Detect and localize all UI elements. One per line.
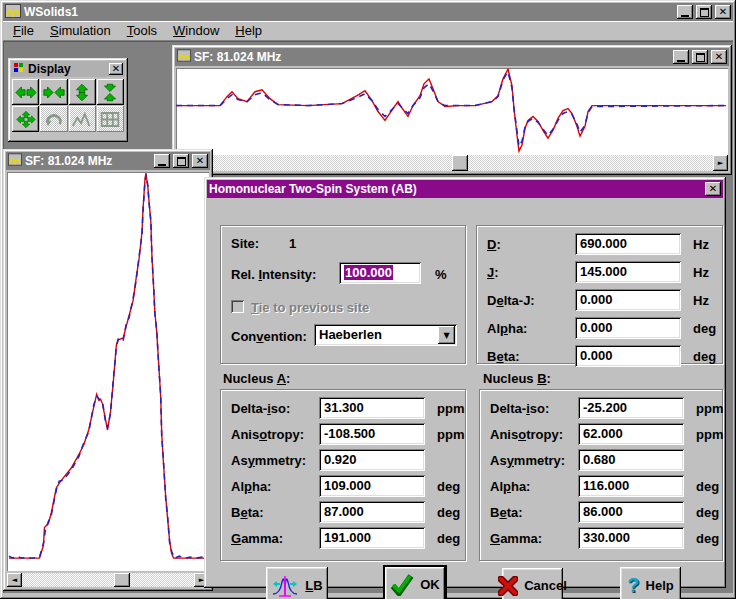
- param-unit: ppm: [425, 401, 464, 416]
- grid-button: [97, 106, 124, 132]
- dialog-titlebar[interactable]: Homonuclear Two-Spin System (AB) ✕: [207, 180, 723, 198]
- param-input[interactable]: 0.000: [575, 289, 681, 311]
- x-icon: [498, 576, 518, 596]
- close-button[interactable]: ✕: [109, 63, 123, 75]
- contract-horizontal-icon: [42, 83, 66, 102]
- contract-horizontal-button[interactable]: [40, 79, 67, 105]
- spectrum-left-hscrollbar: ◄ ►: [7, 573, 209, 587]
- maximize-icon: [696, 53, 705, 62]
- param-input[interactable]: 86.000: [578, 501, 684, 523]
- scroll-thumb[interactable]: [452, 155, 468, 171]
- expand-horizontal-button[interactable]: [12, 79, 39, 105]
- contract-vertical-button[interactable]: [97, 79, 124, 105]
- nucleus-a-groupbox: Delta-iso:31.300ppmAnisotropy:-108.500pp…: [220, 389, 466, 561]
- main-titlebar[interactable]: WSolids1 ✕: [3, 3, 733, 21]
- display-toolbox-title: Display: [28, 62, 106, 76]
- menu-window[interactable]: Window: [165, 21, 227, 40]
- close-button[interactable]: ✕: [711, 50, 727, 64]
- maximize-icon: [700, 8, 709, 17]
- param-row: Asymmetry:0.680: [490, 449, 714, 471]
- param-input[interactable]: 31.300: [319, 397, 425, 419]
- question-icon: ?: [627, 574, 639, 597]
- param-input[interactable]: 145.000: [575, 261, 681, 283]
- maximize-button[interactable]: [692, 50, 708, 64]
- close-button[interactable]: ✕: [192, 154, 208, 168]
- param-label: Beta:: [490, 505, 578, 520]
- param-input[interactable]: 0.920: [319, 449, 425, 471]
- param-unit: ppm: [425, 427, 464, 442]
- minimize-button[interactable]: [154, 154, 170, 168]
- nucleus-b-groupbox: Delta-iso:-25.200ppmAnisotropy:62.000ppm…: [479, 389, 723, 561]
- site-groupbox: Site: 1 Rel. Intensity: 100.000 % Tie to…: [220, 225, 466, 364]
- param-label: Delta-iso:: [490, 401, 578, 416]
- close-button[interactable]: ✕: [715, 5, 731, 19]
- rotate-icon: [42, 110, 66, 129]
- param-row: J:145.000Hz: [487, 261, 714, 283]
- tie-checkbox: [231, 300, 244, 313]
- param-input[interactable]: 109.000: [319, 475, 425, 497]
- param-input[interactable]: 0.000: [575, 345, 681, 367]
- param-unit: Hz: [681, 293, 714, 308]
- menu-tools[interactable]: Tools: [119, 21, 165, 40]
- minimize-button[interactable]: [677, 5, 693, 19]
- help-button[interactable]: ? Help: [620, 567, 681, 599]
- dialog-body: Site: 1 Rel. Intensity: 100.000 % Tie to…: [207, 199, 723, 585]
- spectrum-top-chart: [176, 68, 728, 155]
- spectrum-window-top: SF: 81.024 MHz ✕ ◄ ►: [172, 45, 732, 175]
- param-label: Delta-J:: [487, 293, 575, 308]
- maximize-button[interactable]: [696, 5, 712, 19]
- scroll-track[interactable]: [22, 573, 194, 587]
- expand-vertical-icon: [70, 83, 94, 102]
- rel-intensity-label: Rel. Intensity:: [231, 267, 316, 282]
- param-input[interactable]: 0.680: [578, 449, 684, 471]
- param-unit: deg: [425, 531, 460, 546]
- param-input[interactable]: 191.000: [319, 527, 425, 549]
- scroll-thumb[interactable]: [114, 573, 130, 587]
- spectrum-left-titlebar[interactable]: SF: 81.024 MHz ✕: [6, 152, 210, 170]
- scroll-track[interactable]: [191, 155, 713, 171]
- maximize-button[interactable]: [173, 154, 189, 168]
- param-input[interactable]: -25.200: [578, 397, 684, 419]
- close-icon: ✕: [709, 184, 717, 194]
- display-toolbox: Display ✕: [8, 58, 128, 142]
- expand-vertical-button[interactable]: [69, 79, 96, 105]
- param-input[interactable]: 690.000: [575, 233, 681, 255]
- param-row: Beta:86.000deg: [490, 501, 714, 523]
- menu-simulation[interactable]: Simulation: [42, 21, 119, 40]
- toolbox-icon: [13, 62, 25, 77]
- main-window-title: WSolids1: [24, 5, 674, 19]
- param-input[interactable]: -108.500: [319, 423, 425, 445]
- ok-button[interactable]: OK: [383, 565, 447, 599]
- menu-file[interactable]: File: [5, 21, 42, 40]
- scroll-right-button[interactable]: ►: [713, 155, 728, 171]
- lineshape-icon: [271, 574, 299, 598]
- param-input[interactable]: 87.000: [319, 501, 425, 523]
- expand-horizontal-icon: [14, 83, 38, 102]
- app-icon: [8, 153, 22, 169]
- display-toolbox-titlebar[interactable]: Display ✕: [11, 61, 125, 77]
- param-input[interactable]: 330.000: [578, 527, 684, 549]
- lb-button[interactable]: LB: [266, 567, 328, 599]
- chevron-down-icon: ▼: [443, 331, 449, 340]
- param-label: Alpha:: [490, 479, 578, 494]
- param-input[interactable]: 116.000: [578, 475, 684, 497]
- param-label: Delta-iso:: [231, 401, 319, 416]
- convention-dropdown[interactable]: Haeberlen ▼: [314, 324, 457, 346]
- close-button[interactable]: ✕: [705, 182, 721, 196]
- nucleus-a-title: Nucleus A:: [223, 371, 290, 386]
- spectrum-top-titlebar[interactable]: SF: 81.024 MHz ✕: [175, 48, 729, 66]
- param-row: Anisotropy:62.000ppm: [490, 423, 714, 445]
- param-unit: ppm: [684, 427, 723, 442]
- rel-intensity-input[interactable]: 100.000: [339, 262, 421, 284]
- scroll-left-button[interactable]: ◄: [7, 573, 22, 587]
- menu-help[interactable]: Help: [227, 21, 270, 40]
- dropdown-arrow-button[interactable]: ▼: [438, 326, 455, 344]
- close-icon: ✕: [112, 64, 120, 74]
- expand-both-button[interactable]: [12, 106, 39, 132]
- two-spin-dialog: Homonuclear Two-Spin System (AB) ✕ Site:…: [204, 177, 726, 588]
- param-input[interactable]: 0.000: [575, 317, 681, 339]
- spectrum-left-plot: [7, 172, 209, 571]
- param-input[interactable]: 62.000: [578, 423, 684, 445]
- cancel-button[interactable]: Cancel: [502, 568, 563, 599]
- minimize-button[interactable]: [673, 50, 689, 64]
